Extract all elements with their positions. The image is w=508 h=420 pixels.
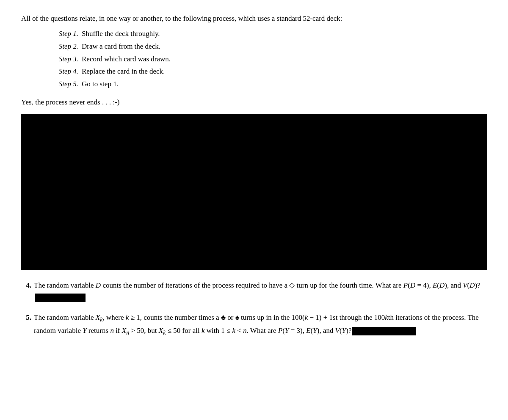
question-5: 5. The random variable Xk, where k ≥ 1, … (21, 312, 487, 338)
step-3: Step 3. Record which card was drawn. (55, 53, 487, 66)
q4-math: P (403, 281, 408, 289)
step-2-label: Step 2. (55, 40, 78, 53)
questions-section: 4. The random variable D counts the numb… (21, 280, 487, 338)
never-ends-text: Yes, the process never ends . . . :-) (21, 96, 487, 108)
var-D: D (96, 281, 101, 289)
step-4-label: Step 4. (55, 65, 78, 78)
question-4-body: The random variable D counts the number … (34, 280, 487, 303)
step-1-label: Step 1. (55, 27, 78, 40)
intro-paragraph: All of the questions relate, in one way … (21, 13, 487, 24)
steps-list: Step 1. Shuffle the deck throughly. Step… (55, 27, 487, 91)
step-5-label: Step 5. (55, 78, 78, 91)
step-5-text: Go to step 1. (82, 78, 119, 91)
step-3-text: Record which card was drawn. (82, 53, 171, 66)
page-content: All of the questions relate, in one way … (21, 13, 487, 338)
step-1: Step 1. Shuffle the deck throughly. (55, 27, 487, 40)
step-1-text: Shuffle the deck throughly. (82, 27, 160, 40)
question-5-number: 5. (21, 312, 31, 324)
question-4: 4. The random variable D counts the numb… (21, 280, 487, 303)
black-box-image (21, 114, 487, 270)
step-2: Step 2. Draw a card from the deck. (55, 40, 487, 53)
sub-k: k (100, 316, 102, 323)
q4-redacted (35, 294, 86, 302)
step-3-label: Step 3. (55, 53, 78, 66)
step-4: Step 4. Replace the card in the deck. (55, 65, 487, 78)
var-Xk: X (96, 313, 100, 321)
or-text: or (227, 313, 233, 321)
var-Y: Y (83, 327, 86, 335)
question-4-number: 4. (21, 280, 31, 291)
step-2-text: Draw a card from the deck. (82, 40, 160, 53)
step-4-text: Replace the card in the deck. (82, 65, 165, 78)
question-5-body: The random variable Xk, where k ≥ 1, cou… (34, 312, 487, 338)
q5-redacted (352, 327, 416, 335)
step-5: Step 5. Go to step 1. (55, 78, 487, 91)
